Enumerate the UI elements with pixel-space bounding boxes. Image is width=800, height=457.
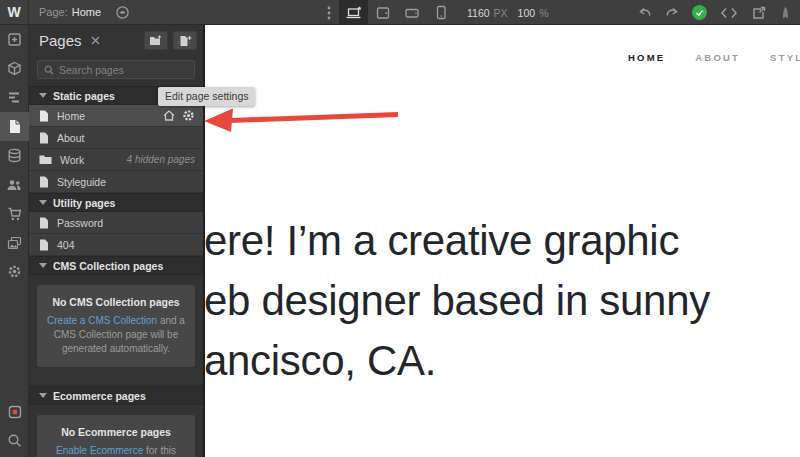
- section-cms-collection-pages[interactable]: CMS Collection pages: [29, 256, 203, 275]
- zoom-search-icon[interactable]: [0, 426, 29, 455]
- publish-icon[interactable]: [779, 6, 792, 20]
- breakpoint-width-value[interactable]: 1160: [467, 7, 490, 19]
- page-row-work-folder[interactable]: Work 4 hidden pages: [29, 149, 203, 171]
- page-row-home[interactable]: Home: [29, 105, 203, 127]
- search-icon: [44, 65, 54, 75]
- navigator-icon[interactable]: [0, 83, 29, 112]
- ecommerce-icon[interactable]: [0, 199, 29, 228]
- screen-record-icon[interactable]: [0, 397, 29, 426]
- page-icon: [39, 217, 49, 229]
- canvas-dimensions: 1160 PX 100 %: [467, 7, 548, 19]
- settings-icon[interactable]: [0, 257, 29, 286]
- tooltip-edit-page-settings: Edit page settings: [158, 87, 255, 106]
- hero-heading[interactable]: ere! I’m a creative graphic eb designer …: [204, 211, 710, 391]
- page-label: Page:: [39, 6, 68, 18]
- nav-link-about[interactable]: ABOUT: [695, 52, 740, 63]
- webflow-logo[interactable]: W: [0, 0, 29, 24]
- page-settings-gear-icon[interactable]: [182, 109, 195, 122]
- cms-collections-icon[interactable]: [0, 141, 29, 170]
- new-page-button[interactable]: [173, 31, 197, 50]
- new-folder-button[interactable]: [144, 31, 168, 50]
- top-bar: W Page: Home 1160 PX 100 %: [0, 0, 800, 25]
- pages-icon[interactable]: [0, 112, 29, 141]
- folder-icon: [39, 154, 52, 165]
- breakpoint-phone-landscape-icon[interactable]: [397, 0, 426, 25]
- page-icon: [39, 132, 49, 144]
- current-page-indicator: Page: Home: [39, 6, 101, 18]
- panel-title: Pages: [39, 32, 82, 49]
- page-name: Home: [72, 6, 101, 18]
- nav-link-home[interactable]: HOME: [628, 52, 665, 63]
- breakpoint-phone-portrait-icon[interactable]: [426, 0, 455, 25]
- page-icon: [39, 110, 49, 122]
- users-icon[interactable]: [0, 170, 29, 199]
- redo-icon[interactable]: [665, 7, 679, 19]
- section-utility-pages[interactable]: Utility pages: [29, 193, 203, 212]
- breakpoint-desktop-icon[interactable]: [339, 0, 368, 25]
- nav-link-styleguide[interactable]: STYLEGUIDE: [770, 52, 800, 63]
- page-icon: [39, 239, 49, 251]
- left-toolbar: [0, 25, 29, 457]
- page-row-styleguide[interactable]: Styleguide: [29, 171, 203, 193]
- hidden-pages-badge: 4 hidden pages: [127, 154, 195, 165]
- site-nav: HOME ABOUT STYLEGUIDE: [628, 52, 800, 63]
- preview-eye-icon[interactable]: [115, 5, 130, 20]
- components-icon[interactable]: [0, 54, 29, 83]
- ecommerce-empty-state: No Ecommerce pages Enable Ecommerce for …: [37, 415, 195, 457]
- homepage-icon: [163, 110, 175, 121]
- page-row-password[interactable]: Password: [29, 212, 203, 234]
- assets-icon[interactable]: [0, 228, 29, 257]
- caret-down-icon: [39, 93, 47, 98]
- menu-dots-icon[interactable]: [327, 6, 331, 20]
- enable-ecommerce-link[interactable]: Enable Ecommerce: [56, 445, 143, 456]
- section-ecommerce-pages[interactable]: Ecommerce pages: [29, 386, 203, 405]
- search-input[interactable]: [59, 64, 188, 76]
- create-cms-collection-link[interactable]: Create a CMS Collection: [47, 315, 157, 326]
- undo-icon[interactable]: [638, 7, 652, 19]
- add-elements-icon[interactable]: [0, 25, 29, 54]
- page-row-about[interactable]: About: [29, 127, 203, 149]
- export-icon[interactable]: [751, 6, 766, 20]
- close-icon[interactable]: [91, 36, 100, 45]
- cms-empty-state: No CMS Collection pages Create a CMS Col…: [37, 285, 195, 367]
- search-pages-field[interactable]: [37, 60, 195, 79]
- page-row-404[interactable]: 404: [29, 234, 203, 256]
- caret-down-icon: [39, 263, 47, 268]
- caret-down-icon: [39, 200, 47, 205]
- saved-check-icon: [692, 5, 707, 20]
- zoom-level-value[interactable]: 100: [518, 7, 536, 19]
- custom-code-icon[interactable]: [720, 7, 738, 19]
- breakpoint-tablet-icon[interactable]: [368, 0, 397, 25]
- caret-down-icon: [39, 393, 47, 398]
- page-icon: [39, 176, 49, 188]
